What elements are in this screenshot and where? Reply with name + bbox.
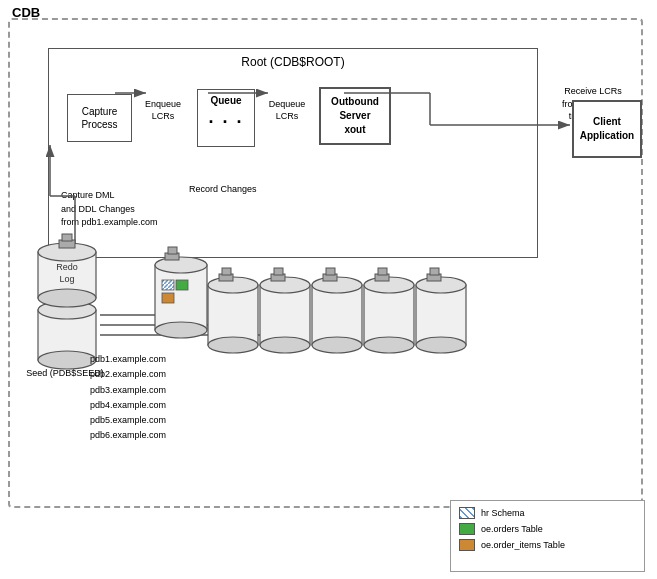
record-changes-label: Record Changes bbox=[189, 184, 257, 194]
legend-box: hr Schema oe.orders Table oe.order_items… bbox=[450, 500, 645, 572]
capture-process-box: CaptureProcess bbox=[67, 94, 132, 142]
capture-process-label: CaptureProcess bbox=[81, 105, 117, 131]
pdb5-label: pdb5.example.com bbox=[90, 413, 166, 428]
legend-hr-item: hr Schema bbox=[459, 507, 636, 519]
root-box: Root (CDB$ROOT) CaptureProcess EnqueueLC… bbox=[48, 48, 538, 258]
enqueue-label: EnqueueLCRs bbox=[134, 99, 192, 122]
main-container: CDB Root (CDB$ROOT) CaptureProcess Enque… bbox=[0, 0, 657, 579]
capture-dml-label: Capture DMLand DDL Changesfrom pdb1.exam… bbox=[61, 189, 158, 230]
legend-hr-color bbox=[459, 507, 475, 519]
legend-oe-orders-color bbox=[459, 523, 475, 535]
pdb3-label: pdb3.example.com bbox=[90, 383, 166, 398]
client-label1: Client bbox=[593, 115, 621, 129]
pdb1-label: pdb1.example.com bbox=[90, 352, 166, 367]
pdb2-label: pdb2.example.com bbox=[90, 367, 166, 382]
outbound-label3: xout bbox=[344, 123, 365, 137]
pdb6-label: pdb6.example.com bbox=[90, 428, 166, 443]
pdb-labels: pdb1.example.com pdb2.example.com pdb3.e… bbox=[90, 352, 166, 444]
client-application-box: Client Application bbox=[572, 100, 642, 158]
outbound-label1: Outbound bbox=[331, 95, 379, 109]
legend-oe-order-items-color bbox=[459, 539, 475, 551]
root-label: Root (CDB$ROOT) bbox=[241, 55, 344, 69]
queue-label: Queue bbox=[210, 95, 241, 106]
legend-oe-order-items-item: oe.order_items Table bbox=[459, 539, 636, 551]
queue-box: Queue . . . bbox=[197, 89, 255, 147]
legend-oe-orders-item: oe.orders Table bbox=[459, 523, 636, 535]
outbound-server-box: Outbound Server xout bbox=[319, 87, 391, 145]
pdb4-label: pdb4.example.com bbox=[90, 398, 166, 413]
client-label2: Application bbox=[580, 129, 634, 143]
queue-dots: . . . bbox=[208, 108, 243, 126]
legend-oe-orders-label: oe.orders Table bbox=[481, 524, 543, 534]
legend-oe-order-items-label: oe.order_items Table bbox=[481, 540, 565, 550]
legend-hr-label: hr Schema bbox=[481, 508, 525, 518]
dequeue-label: DequeueLCRs bbox=[257, 99, 317, 122]
outbound-label2: Server bbox=[339, 109, 370, 123]
